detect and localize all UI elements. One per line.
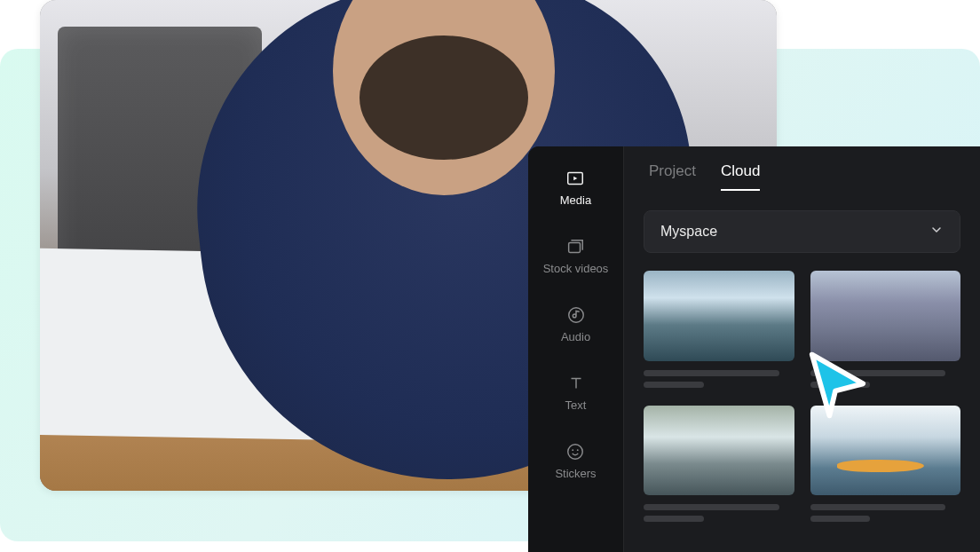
media-thumbnail [810,406,961,496]
media-thumbnail [644,271,794,361]
editor-content: Project Cloud Myspace [624,146,980,552]
tab-cloud[interactable]: Cloud [721,162,760,191]
sidebar-item-label: Stock videos [543,263,609,274]
stock-videos-icon [565,236,586,257]
card-meta [810,504,961,522]
card-meta [644,370,794,388]
sidebar-item-stickers[interactable]: Stickers [555,438,596,483]
sidebar-item-text[interactable]: Text [565,369,587,414]
dropdown-selected-label: Myspace [660,224,717,240]
chevron-down-icon [929,223,944,241]
media-thumbnail [810,271,961,361]
editor-sidebar: Media Stock videos Audio [528,146,624,552]
card-meta [644,504,794,522]
space-dropdown[interactable]: Myspace [644,210,960,253]
audio-icon [565,304,587,326]
svg-rect-1 [569,242,581,252]
card-meta [810,370,961,388]
sidebar-item-label: Stickers [555,468,596,479]
media-icon [565,168,586,189]
media-grid [644,271,960,522]
media-card[interactable] [810,271,961,388]
svg-point-5 [577,449,579,451]
sidebar-item-audio[interactable]: Audio [561,301,590,346]
tabs: Project Cloud [649,162,960,191]
sidebar-item-stock-videos[interactable]: Stock videos [543,233,609,278]
svg-point-3 [568,445,583,460]
sidebar-item-media[interactable]: Media [560,164,591,209]
editor-panel: Media Stock videos Audio [528,146,980,552]
sidebar-item-label: Media [560,194,591,206]
text-icon [565,373,587,394]
media-card[interactable] [810,406,961,523]
svg-point-4 [573,449,574,451]
media-card[interactable] [644,406,794,523]
sidebar-item-label: Text [565,399,587,411]
sidebar-item-label: Audio [561,331,590,343]
media-card[interactable] [644,271,794,388]
stickers-icon [565,441,586,462]
media-thumbnail [644,406,794,496]
tab-project[interactable]: Project [649,162,696,191]
